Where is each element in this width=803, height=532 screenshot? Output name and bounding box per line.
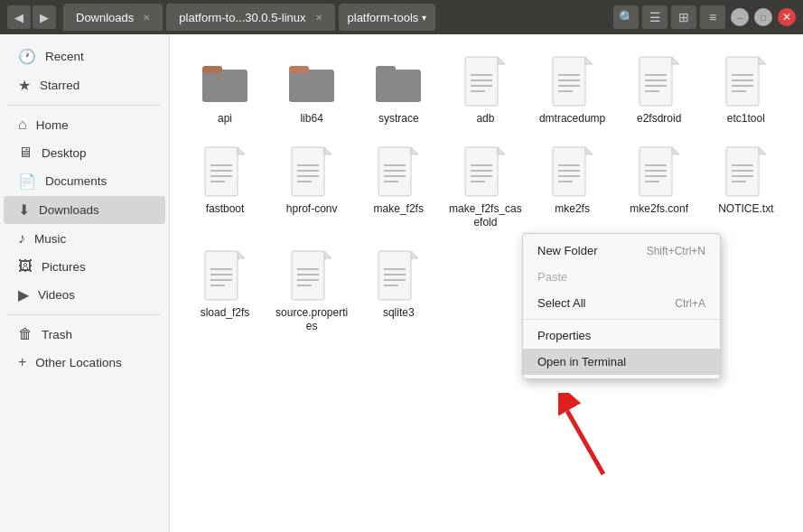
file-item-adb[interactable]: adb [444,49,526,132]
sidebar-item-desktop[interactable]: 🖥 Desktop [4,139,165,166]
ctx-open-terminal-label: Open in Terminal [537,355,626,369]
ctx-properties-label: Properties [537,329,591,342]
svg-marker-32 [238,147,245,154]
sidebar-item-starred[interactable]: ★ Starred [4,71,165,99]
file-icon-api [201,54,249,108]
svg-rect-0 [202,70,247,102]
tab-platform[interactable]: platform-to...30.0.5-linux ✕ [166,4,334,31]
ctx-select-all[interactable]: Select All Ctrl+A [523,290,720,316]
file-item-source-properties[interactable]: source.properties [271,243,352,340]
sidebar-item-documents[interactable]: 📄 Documents [4,167,165,195]
sidebar-item-recent-label: Recent [45,50,84,63]
file-label-dmtracedump: dmtracedump [539,112,605,126]
file-item-make-f2fs[interactable]: make_f2fs [358,139,439,236]
tab-downloads[interactable]: Downloads ✕ [63,4,163,31]
svg-rect-4 [376,70,421,102]
sidebar-item-pictures[interactable]: 🖼 Pictures [4,253,165,280]
nav-forward-button[interactable]: ▶ [33,5,56,29]
nav-back-button[interactable]: ◀ [7,5,31,29]
list-view-button[interactable]: ☰ [642,5,668,29]
file-item-hprof-conv[interactable]: hprof-conv [271,139,352,236]
svg-marker-38 [324,147,331,154]
file-label-e2fsdroid: e2fsdroid [637,112,681,126]
file-label-mke2fs-conf: mke2fs.conf [630,202,688,217]
file-icon-systrace [374,54,423,108]
ctx-new-folder[interactable]: New Folder Shift+Ctrl+N [523,238,720,264]
file-item-fastboot[interactable]: fastboot [184,139,266,236]
ctx-properties[interactable]: Properties [523,322,720,349]
file-label-sload-f2fs: sload_f2fs [201,306,250,321]
close-button[interactable]: ✕ [778,8,796,26]
ctx-open-terminal[interactable]: Open in Terminal [523,349,720,375]
svg-rect-5 [376,66,396,73]
file-item-sload-f2fs[interactable]: sload_f2fs [184,243,266,340]
file-icon-dmtracedump [548,54,597,108]
music-icon: ♪ [18,230,25,247]
sidebar: 🕐 Recent ★ Starred ⌂ Home 🖥 Desktop 📄 Do… [0,34,170,532]
arrow-annotation [558,393,630,487]
sidebar-item-downloads[interactable]: ⬇ Downloads [4,196,165,224]
file-item-mke2fs[interactable]: mke2fs [532,139,613,236]
sidebar-item-music[interactable]: ♪ Music [4,225,165,252]
file-item-notice[interactable]: NOTICE.txt [705,139,787,236]
sidebar-item-downloads-label: Downloads [39,203,99,217]
file-icon-fastboot [201,145,249,199]
file-icon-mke2fs-conf [635,145,684,199]
file-item-api[interactable]: api [184,49,266,132]
recent-icon: 🕐 [18,48,36,65]
file-item-make-f2fs-casefold[interactable]: make_f2fs_casefold [444,139,526,236]
ctx-paste: Paste [523,264,720,290]
file-icon-e2fsdroid [635,54,684,108]
file-label-api: api [218,112,232,126]
file-icon-sqlite3 [374,248,423,303]
sidebar-item-other-locations[interactable]: + Other Locations [4,349,165,376]
sidebar-separator-1 [7,105,162,106]
file-icon-source-properties [287,248,336,303]
sidebar-item-starred-label: Starred [40,79,79,92]
sidebar-item-videos[interactable]: ▶ Videos [4,281,165,309]
file-label-etc1tool: etc1tool [727,112,765,126]
file-label-fastboot: fastboot [206,202,245,217]
ctx-new-folder-shortcut: Shift+Ctrl+N [647,245,705,257]
file-icon-lib64 [287,54,336,108]
pictures-icon: 🖼 [18,258,33,275]
menu-button[interactable]: ≡ [700,5,725,29]
ctx-paste-label: Paste [537,270,567,284]
file-label-sqlite3: sqlite3 [383,306,415,321]
file-item-dmtracedump[interactable]: dmtracedump [532,49,613,132]
app-body: 🕐 Recent ★ Starred ⌂ Home 🖥 Desktop 📄 Do… [0,34,803,532]
file-label-adb: adb [476,112,494,126]
svg-marker-68 [759,147,766,154]
file-item-systrace[interactable]: systrace [358,49,439,132]
file-item-mke2fs-conf[interactable]: mke2fs.conf [619,139,700,236]
svg-rect-2 [289,70,334,102]
path-tab[interactable]: platform-tools ▾ [339,4,436,31]
tab-platform-close[interactable]: ✕ [315,13,322,23]
svg-rect-3 [289,66,309,73]
sidebar-item-home[interactable]: ⌂ Home [4,111,165,138]
view-toggle-button[interactable]: ⊞ [671,5,696,29]
file-item-e2fsdroid[interactable]: e2fsdroid [619,49,700,132]
minimize-button[interactable]: – [731,8,749,26]
ctx-select-all-shortcut: Ctrl+A [675,297,705,310]
file-label-make-f2fs: make_f2fs [374,202,424,217]
svg-rect-1 [202,66,222,73]
file-icon-make-f2fs [374,145,423,199]
tab-downloads-close[interactable]: ✕ [143,13,150,23]
context-menu: New Folder Shift+Ctrl+N Paste Select All… [522,233,721,379]
sidebar-item-trash[interactable]: 🗑 Trash [4,321,165,348]
maximize-button[interactable]: □ [754,8,772,26]
file-icon-adb [461,54,509,108]
sidebar-item-recent[interactable]: 🕐 Recent [4,42,165,70]
file-label-lib64: lib64 [300,112,322,126]
file-icon-mke2fs [548,145,597,199]
file-item-sqlite3[interactable]: sqlite3 [358,243,439,340]
file-label-mke2fs: mke2fs [555,202,590,217]
svg-marker-44 [411,147,418,154]
titlebar-actions: 🔍 ☰ ⊞ ≡ [613,5,725,29]
file-icon-etc1tool [722,54,770,108]
file-item-lib64[interactable]: lib64 [271,49,352,132]
file-item-etc1tool[interactable]: etc1tool [705,49,787,132]
svg-marker-62 [672,147,679,154]
search-button[interactable]: 🔍 [613,5,639,29]
